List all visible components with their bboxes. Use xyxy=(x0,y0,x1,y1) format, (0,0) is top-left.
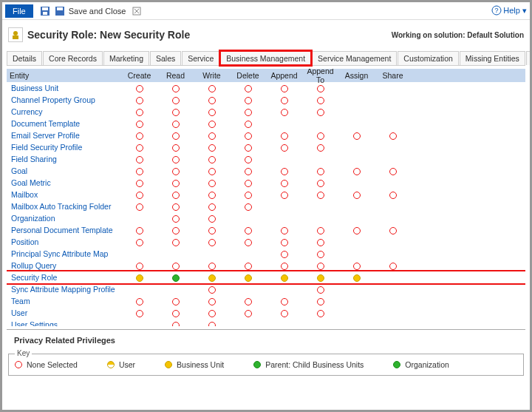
privilege-cell[interactable] xyxy=(194,237,230,246)
privilege-cell[interactable] xyxy=(121,226,157,234)
privilege-cell[interactable] xyxy=(194,261,230,270)
privilege-cell[interactable] xyxy=(121,166,157,175)
privilege-cell[interactable] xyxy=(121,119,157,128)
privilege-cell[interactable] xyxy=(230,84,266,92)
privilege-cell[interactable] xyxy=(194,143,230,152)
col-header-append[interactable]: Append xyxy=(266,71,302,80)
privilege-cell[interactable] xyxy=(194,166,230,175)
privilege-cell[interactable] xyxy=(266,166,302,175)
privilege-cell[interactable] xyxy=(375,166,411,175)
privilege-cell[interactable] xyxy=(230,95,266,104)
privilege-cell[interactable] xyxy=(230,119,266,128)
privilege-cell[interactable] xyxy=(157,237,194,246)
privilege-cell[interactable] xyxy=(302,84,338,92)
entity-name[interactable]: Principal Sync Attribute Map xyxy=(7,249,121,258)
privilege-cell[interactable] xyxy=(230,143,266,152)
entity-name[interactable]: Organization xyxy=(7,214,121,223)
privilege-cell[interactable] xyxy=(157,202,194,211)
tab-customization[interactable]: Customization xyxy=(398,51,459,65)
privilege-cell[interactable] xyxy=(157,261,194,270)
tab-service-management[interactable]: Service Management xyxy=(312,51,397,65)
tab-details[interactable]: Details xyxy=(7,51,42,65)
col-header-share[interactable]: Share xyxy=(375,71,411,80)
privilege-cell[interactable] xyxy=(230,202,266,211)
privilege-cell[interactable] xyxy=(194,178,230,187)
entity-name[interactable]: Channel Property Group xyxy=(7,95,121,104)
privilege-cell[interactable] xyxy=(302,285,338,294)
tab-core-records[interactable]: Core Records xyxy=(43,51,103,65)
privilege-cell[interactable] xyxy=(302,273,338,282)
privilege-cell[interactable] xyxy=(266,249,302,258)
privilege-cell[interactable] xyxy=(302,166,338,175)
help-link[interactable]: Help ▾ xyxy=(503,6,527,16)
privilege-cell[interactable] xyxy=(266,131,302,140)
actions-icon[interactable] xyxy=(132,6,142,16)
tab-business-process-flows[interactable]: Business Process Flows xyxy=(526,51,530,65)
privilege-cell[interactable] xyxy=(230,237,266,246)
privilege-cell[interactable] xyxy=(302,226,338,234)
privilege-cell[interactable] xyxy=(338,226,375,234)
privilege-cell[interactable] xyxy=(157,190,194,199)
privilege-cell[interactable] xyxy=(230,226,266,234)
privilege-cell[interactable] xyxy=(230,308,266,317)
privilege-cell[interactable] xyxy=(194,273,230,282)
help-icon[interactable]: ? xyxy=(491,5,502,17)
privilege-cell[interactable] xyxy=(338,261,375,270)
file-menu-button[interactable]: File xyxy=(5,4,33,18)
entity-name[interactable]: User xyxy=(7,308,121,317)
privilege-cell[interactable] xyxy=(230,178,266,187)
entity-name[interactable]: Goal Metric xyxy=(7,178,121,187)
privilege-cell[interactable] xyxy=(338,273,375,282)
privilege-cell[interactable] xyxy=(375,261,411,270)
privilege-cell[interactable] xyxy=(194,214,230,223)
privilege-cell[interactable] xyxy=(266,226,302,234)
privilege-cell[interactable] xyxy=(121,261,157,270)
privilege-cell[interactable] xyxy=(121,297,157,305)
privilege-cell[interactable] xyxy=(230,190,266,199)
privilege-cell[interactable] xyxy=(194,308,230,317)
col-header-delete[interactable]: Delete xyxy=(230,71,266,80)
col-header-entity[interactable]: Entity xyxy=(7,71,121,80)
privilege-cell[interactable] xyxy=(157,84,194,92)
privilege-cell[interactable] xyxy=(121,95,157,104)
privilege-cell[interactable] xyxy=(375,226,411,234)
privilege-cell[interactable] xyxy=(194,119,230,128)
privilege-cell[interactable] xyxy=(266,95,302,104)
privilege-cell[interactable] xyxy=(194,202,230,211)
privilege-cell[interactable] xyxy=(157,95,194,104)
entity-name[interactable]: Field Sharing xyxy=(7,155,121,163)
privilege-cell[interactable] xyxy=(266,237,302,246)
privilege-cell[interactable] xyxy=(302,237,338,246)
col-header-write[interactable]: Write xyxy=(194,71,230,80)
privilege-cell[interactable] xyxy=(157,107,194,116)
privilege-cell[interactable] xyxy=(230,261,266,270)
privilege-cell[interactable] xyxy=(194,297,230,305)
entity-name[interactable]: Position xyxy=(7,237,121,246)
privilege-cell[interactable] xyxy=(194,155,230,163)
privilege-cell[interactable] xyxy=(266,178,302,187)
privilege-cell[interactable] xyxy=(121,202,157,211)
privilege-cell[interactable] xyxy=(157,155,194,163)
privilege-cell[interactable] xyxy=(121,178,157,187)
entity-name[interactable]: Sync Attribute Mapping Profile xyxy=(7,285,121,294)
privilege-cell[interactable] xyxy=(302,143,338,152)
privilege-cell[interactable] xyxy=(266,84,302,92)
privilege-cell[interactable] xyxy=(157,143,194,152)
privilege-cell[interactable] xyxy=(157,308,194,317)
privilege-cell[interactable] xyxy=(230,155,266,163)
privilege-cell[interactable] xyxy=(338,131,375,140)
privilege-cell[interactable] xyxy=(157,178,194,187)
entity-name[interactable]: Email Server Profile xyxy=(7,131,121,140)
save-icon[interactable] xyxy=(40,6,50,16)
privilege-cell[interactable] xyxy=(230,273,266,282)
privilege-cell[interactable] xyxy=(157,214,194,223)
privilege-cell[interactable] xyxy=(230,297,266,305)
entity-name[interactable]: Mailbox Auto Tracking Folder xyxy=(7,202,121,211)
col-header-append-to[interactable]: Append To xyxy=(302,69,338,84)
privilege-cell[interactable] xyxy=(302,261,338,270)
tab-missing-entities[interactable]: Missing Entities xyxy=(460,51,525,65)
privilege-cell[interactable] xyxy=(266,261,302,270)
entity-name[interactable]: Goal xyxy=(7,166,121,175)
col-header-read[interactable]: Read xyxy=(157,71,194,80)
entity-name[interactable]: Field Security Profile xyxy=(7,143,121,152)
